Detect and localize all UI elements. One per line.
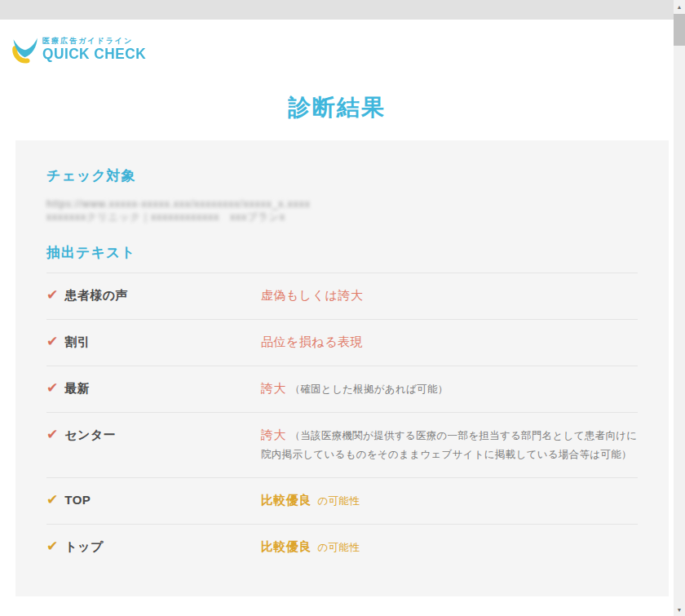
- row-term-cell: ✔ 割引: [46, 333, 261, 351]
- row-term-cell: ✔ TOP: [46, 491, 261, 509]
- row-verdict-cell: 虚偽もしくは誇大: [261, 286, 638, 305]
- verdict-note: （確固とした根拠があれば可能）: [289, 383, 448, 395]
- check-icon: ✔: [46, 333, 58, 351]
- term-label: トップ: [64, 538, 104, 556]
- verdict-text: 品位を損ねる表現: [261, 335, 363, 348]
- logo-title: QUICK CHECK: [42, 47, 146, 61]
- table-row: ✔ トップ 比較優良 の可能性: [46, 524, 638, 570]
- row-term-cell: ✔ センター: [46, 426, 261, 444]
- table-row: ✔ センター 誇大 （当該医療機関が提供する医療の一部を担当する部門名として患者…: [46, 412, 638, 477]
- extracted-terms-list: ✔ 患者様の声 虚偽もしくは誇大 ✔ 割引 品位を損ねる表現: [46, 273, 638, 570]
- verdict-note: （当該医療機関が提供する医療の一部を担当する部門名として患者向けに院内掲示してい…: [261, 430, 637, 460]
- term-label: 最新: [64, 379, 90, 397]
- verdict-note: の可能性: [317, 542, 360, 553]
- page-title: 診断結果: [0, 96, 674, 119]
- row-verdict-cell: 比較優良 の可能性: [261, 491, 638, 510]
- redacted-target-url: https://www.xxxxx-xxxxx.xxx/xxxxxxxx/xxx…: [46, 197, 638, 211]
- table-row: ✔ 割引 品位を損ねる表現: [46, 319, 638, 366]
- quick-check-logo-icon: [10, 34, 39, 64]
- row-term-cell: ✔ 最新: [46, 379, 261, 397]
- table-row: ✔ 最新 誇大 （確固とした根拠があれば可能）: [46, 366, 638, 412]
- verdict-text: 誇大: [261, 428, 286, 441]
- row-term-cell: ✔ トップ: [46, 538, 261, 556]
- row-verdict-cell: 品位を損ねる表現: [261, 333, 638, 352]
- check-icon: ✔: [46, 286, 58, 304]
- target-section-heading: チェック対象: [46, 168, 638, 184]
- check-icon: ✔: [46, 538, 58, 556]
- verdict-text: 比較優良: [261, 493, 312, 507]
- check-icon: ✔: [46, 426, 58, 444]
- scroll-down-button[interactable]: ▼: [674, 603, 685, 616]
- term-label: センター: [64, 426, 116, 444]
- row-verdict-cell: 比較優良 の可能性: [261, 538, 638, 556]
- table-row: ✔ 患者様の声 虚偽もしくは誇大: [46, 273, 638, 319]
- check-icon: ✔: [46, 379, 58, 397]
- row-verdict-cell: 誇大 （当該医療機関が提供する医療の一部を担当する部門名として患者向けに院内掲示…: [261, 426, 638, 463]
- browser-chrome-strip: [0, 0, 674, 20]
- scroll-up-button[interactable]: ▲: [674, 0, 685, 13]
- verdict-text: 虚偽もしくは誇大: [261, 288, 363, 302]
- term-label: TOP: [64, 491, 91, 509]
- redacted-target-title: xxxxxxxクリニック｜xxxxxxxxxxxx xxxプランx: [46, 211, 638, 224]
- term-label: 患者様の声: [64, 286, 128, 304]
- verdict-text: 誇大: [261, 381, 286, 395]
- vertical-scrollbar[interactable]: ▲ ▼: [674, 0, 685, 616]
- verdict-text: 比較優良: [261, 539, 312, 553]
- row-term-cell: ✔ 患者様の声: [46, 286, 261, 304]
- site-logo[interactable]: 医療広告ガイドライン QUICK CHECK: [10, 34, 674, 64]
- check-target-redacted: https://www.xxxxx-xxxxx.xxx/xxxxxxxx/xxx…: [46, 197, 638, 224]
- extracted-text-section-heading: 抽出テキスト: [46, 245, 638, 261]
- result-card: チェック対象 https://www.xxxxx-xxxxx.xxx/xxxxx…: [15, 140, 669, 596]
- logo-text: 医療広告ガイドライン QUICK CHECK: [42, 38, 151, 61]
- check-icon: ✔: [46, 491, 58, 509]
- row-verdict-cell: 誇大 （確固とした根拠があれば可能）: [261, 379, 638, 398]
- table-row: ✔ TOP 比較優良 の可能性: [46, 477, 638, 524]
- term-label: 割引: [64, 333, 90, 351]
- scrollbar-thumb[interactable]: [674, 14, 685, 46]
- page-content: 医療広告ガイドライン QUICK CHECK 診断結果 チェック対象 https…: [0, 20, 674, 616]
- page-viewport: 医療広告ガイドライン QUICK CHECK 診断結果 チェック対象 https…: [0, 0, 685, 616]
- logo-subtitle: 医療広告ガイドライン: [42, 38, 151, 45]
- verdict-note: の可能性: [317, 495, 360, 507]
